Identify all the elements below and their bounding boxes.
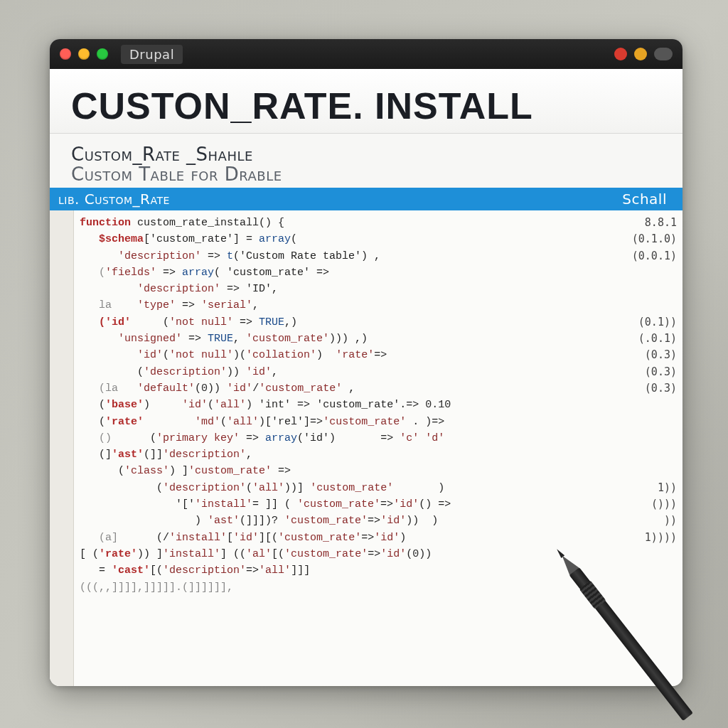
code-line[interactable]: ('description'('all'))] 'custom_rate' ) — [80, 480, 675, 496]
side-annotation: (0.3) — [632, 364, 677, 380]
code-line[interactable]: ('description')) 'id', — [80, 364, 675, 380]
side-annotation — [632, 446, 677, 463]
side-annotation: (0.0.1) — [632, 248, 677, 264]
side-annotation — [632, 546, 677, 562]
editor-window: Drupal CUSTON_RATE. INSTALL Custom_Rate … — [50, 39, 682, 686]
side-annotation — [632, 264, 677, 281]
code-line[interactable]: = 'cast'[('description'=>'all']]] — [80, 562, 675, 579]
code-line[interactable]: '[''install'= ]] ( 'custom_rate'=>'id'()… — [80, 496, 675, 513]
code-content[interactable]: 8.8.1(0.1.0)(0.0.1)(0.1))(.0.1)(0.3)(0.3… — [74, 210, 682, 686]
subheader: Custom_Rate _Shahle Custom Table for Dra… — [50, 134, 682, 188]
file-header: CUSTON_RATE. INSTALL — [50, 69, 682, 134]
zoom-icon[interactable] — [97, 48, 108, 60]
side-annotation: (0.3) — [632, 347, 677, 363]
code-line[interactable]: (((,,]]]],]]]]].(]]]]]], — [80, 579, 675, 596]
code-line[interactable]: ('rate' 'md'('all')['rel']=>'custom_rate… — [80, 414, 675, 430]
code-line[interactable]: $schema['custom_rate'] = array( — [80, 231, 675, 247]
side-annotation — [632, 297, 677, 314]
side-annotations: 8.8.1(0.1.0)(0.0.1)(0.1))(.0.1)(0.3)(0.3… — [632, 215, 677, 579]
code-line[interactable]: ('class') ]'custom_rate' => — [80, 463, 675, 479]
side-annotation: (0.1.0) — [632, 231, 677, 247]
code-line[interactable]: function custom_rate_install() { — [80, 215, 675, 231]
code-line[interactable]: () ('primary key' => array('id') => 'c' … — [80, 430, 675, 446]
code-line[interactable]: ('fields' => array( 'custom_rate' => — [80, 264, 675, 281]
window-indicators — [614, 48, 673, 60]
code-line[interactable]: ('id' ('not null' => TRUE,) — [80, 314, 675, 331]
code-line[interactable]: ('base') 'id'('all') 'int' => 'custom_ra… — [80, 397, 675, 413]
code-line[interactable]: [ ('rate')) ]'install'] (('al'[('custom_… — [80, 546, 675, 562]
file-title: CUSTON_RATE. INSTALL — [71, 85, 661, 127]
subheader-line-1: Custom_Rate _Shahle — [71, 144, 661, 165]
side-annotation — [632, 414, 677, 430]
section-bar-right: Schall — [622, 191, 667, 208]
code-line[interactable]: 'description' => 'ID', — [80, 281, 675, 297]
titlebar: Drupal — [50, 39, 682, 69]
side-annotation: (0.3) — [632, 380, 677, 397]
code-line[interactable]: (]'ast'(]]'description', — [80, 446, 675, 463]
subheader-line-2: Custom Table for Drable — [71, 164, 661, 185]
status-dot-amber — [634, 48, 647, 60]
section-bar: lib. Custom_Rate Schall — [50, 188, 682, 210]
line-gutter — [50, 210, 74, 686]
app-label: Drupal — [121, 45, 183, 64]
code-editor[interactable]: 8.8.1(0.1.0)(0.0.1)(0.1))(.0.1)(0.3)(0.3… — [50, 210, 682, 686]
section-bar-left: lib. Custom_Rate — [58, 191, 170, 208]
code-line[interactable]: ) 'ast'(]]])? 'custom_rate'=>'id')) ) — [80, 513, 675, 529]
side-annotation — [632, 463, 677, 479]
side-annotation — [632, 430, 677, 446]
status-dot-red — [614, 48, 627, 60]
side-annotation: (0.1)) — [632, 314, 677, 331]
code-line[interactable]: 'unsigned' => TRUE, 'custom_rate'))) ,) — [80, 331, 675, 347]
code-line[interactable]: (a] (/'install'['id'][('custom_rate'=>'i… — [80, 530, 675, 546]
side-annotation — [632, 397, 677, 413]
code-line[interactable]: 'id'('not null')('collation') 'rate'=> — [80, 347, 675, 363]
minimize-icon[interactable] — [78, 48, 90, 60]
side-annotation: 1)))) — [632, 530, 677, 546]
side-annotation — [632, 562, 677, 579]
status-pill — [654, 48, 673, 60]
side-annotation: 8.8.1 — [632, 215, 677, 231]
traffic-lights — [60, 48, 108, 60]
side-annotation: ())) — [632, 496, 677, 513]
close-icon[interactable] — [60, 48, 71, 60]
code-line[interactable]: 'description' => t('Custom Rate table') … — [80, 248, 675, 264]
side-annotation: 1)) — [632, 480, 677, 496]
code-line[interactable]: (la 'default'(0)) 'id'/'custom_rate' , — [80, 380, 675, 397]
code-line[interactable]: la 'type' => 'serial', — [80, 297, 675, 314]
side-annotation: (.0.1) — [632, 331, 677, 347]
side-annotation — [632, 281, 677, 297]
side-annotation: )) — [632, 513, 677, 529]
